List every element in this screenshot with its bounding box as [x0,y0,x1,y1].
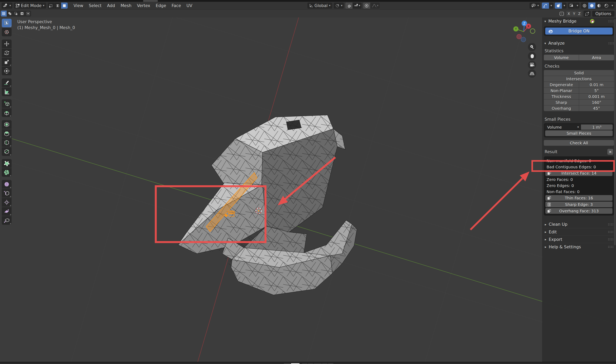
select-mode-subtract-button[interactable] [13,11,19,16]
show-overlays-toggle[interactable] [555,2,562,9]
shading-dropdown[interactable]: ▾ [610,2,615,9]
tool-shear[interactable] [2,207,12,216]
menu-face[interactable]: Face [169,3,183,9]
section-edit[interactable]: ▸ Edit [544,228,614,235]
timeline-button[interactable] [314,363,322,364]
tool-smooth[interactable] [2,180,12,189]
tool-knife[interactable] [2,147,12,156]
navigation-gizmo[interactable]: Z X Y [509,19,541,44]
timeline-button[interactable] [328,363,333,364]
sharp-edge-button[interactable]: Sharp Edge: 3 [545,202,613,207]
shading-rendered-button[interactable] [603,2,610,9]
thin-faces-button[interactable]: Thin Faces: 16 [545,195,613,201]
tool-cursor[interactable] [2,28,12,36]
menu-uv[interactable]: UV [184,3,195,9]
toggle-perspective-button[interactable] [528,69,536,78]
section-help-settings[interactable]: ▸ Help & Settings [544,243,614,250]
overhang-label[interactable]: Overhang [544,105,579,111]
tool-inset-faces[interactable] [2,120,12,129]
gizmo-neg-x-axis[interactable] [517,34,521,39]
degenerate-label[interactable]: Degenerate [544,82,579,88]
shading-wireframe-button[interactable] [581,2,588,9]
menu-vertex[interactable]: Vertex [134,3,153,9]
mirror-z-button[interactable]: Z [577,11,582,16]
thickness-label[interactable]: Thickness [544,94,579,99]
tool-rip-region[interactable] [2,216,12,225]
tool-add-cube[interactable] [2,99,12,108]
transform-orientation-dropdown[interactable]: Global ▾ [307,2,332,9]
tool-poly-build[interactable] [2,159,12,168]
menu-add[interactable]: Add [105,3,118,9]
select-mode-extend-button[interactable] [7,11,13,16]
xray-settings-button[interactable] [568,2,575,9]
visibility-dropdown[interactable]: ▾ [529,2,540,9]
viewport-canvas[interactable] [0,2,616,364]
tool-bevel[interactable] [2,129,12,138]
face-select-mode-button[interactable] [61,2,68,9]
editor-type-button[interactable]: ▾ [1,2,13,9]
sidebar-scrollbar[interactable] [614,19,616,245]
shading-material-button[interactable] [596,2,603,9]
timeline-button-active[interactable] [291,363,300,364]
tool-shrink-fatten[interactable] [2,198,12,207]
select-mode-invert-button[interactable] [19,11,25,16]
menu-select[interactable]: Select [86,3,104,9]
thickness-value[interactable]: 0.001 m [579,94,614,99]
tool-rotate[interactable] [2,49,12,57]
tool-annotate[interactable] [2,78,12,87]
pan-hand-button[interactable] [528,52,536,60]
non-planar-value[interactable]: 5° [579,88,614,93]
timeline-button[interactable] [308,363,313,364]
analyze-panel-header[interactable]: ▾ Analyze [544,41,614,46]
non-planar-label[interactable]: Non-Planar [544,88,579,93]
sharp-value[interactable]: 160° [579,100,614,105]
options-button[interactable]: Options [592,11,615,17]
zoom-button[interactable] [528,43,536,51]
show-gizmo-toggle[interactable] [542,2,549,9]
panel-grip-icon[interactable] [608,231,614,233]
gizmo-neg-y-axis[interactable] [530,29,535,33]
overlays-settings-dropdown[interactable]: ▾ [562,2,566,9]
panel-grip-icon[interactable] [608,246,614,248]
tool-move[interactable] [2,39,12,48]
degenerate-value[interactable]: 0.01 m [579,82,614,88]
bridge-on-button[interactable]: Bridge ON [545,27,613,35]
section-export[interactable]: ▸ Export [544,235,614,243]
edge-select-mode-button[interactable] [54,2,61,9]
pivot-point-dropdown[interactable]: ▾ [334,2,344,9]
snap-settings-dropdown[interactable]: ▾ [353,2,362,9]
tool-scale[interactable] [2,58,12,66]
snap-target-button[interactable] [584,11,591,17]
panel-grip-icon[interactable] [608,238,614,241]
snap-toggle[interactable] [345,2,353,9]
vertex-select-mode-button[interactable] [48,2,54,9]
panel-grip-icon[interactable] [608,223,614,226]
proportional-editing-toggle[interactable] [363,2,370,9]
check-all-button[interactable]: Check All [544,140,614,146]
volume-stat-button[interactable]: Volume [544,55,579,60]
camera-view-button[interactable] [528,61,536,69]
tool-edge-slide[interactable] [2,189,12,198]
section-clean-up[interactable]: ▸ Clean Up [544,221,614,228]
falloff-dropdown[interactable]: ▾ [370,2,380,9]
gizmo-settings-dropdown[interactable]: ▾ [549,2,553,9]
tool-loop-cut[interactable] [2,138,12,147]
meshy-bridge-panel-header[interactable]: ▾ Meshy Bridge [544,19,614,24]
area-stat-button[interactable]: Area [579,55,614,60]
select-mode-set-button[interactable] [1,11,7,16]
tool-extrude-region[interactable] [2,108,12,117]
xray-dropdown[interactable]: ▾ [575,2,580,9]
panel-grip-icon[interactable] [608,20,614,23]
anvil-mesh[interactable] [0,2,616,364]
tool-transform[interactable] [2,67,12,75]
select-mode-intersect-button[interactable] [25,11,31,16]
tool-measure[interactable] [2,88,12,96]
shading-solid-button[interactable] [588,2,595,9]
intersections-check-button[interactable]: Intersections [544,76,614,82]
small-pieces-button[interactable]: Small Pieces [545,130,613,136]
timeline-button[interactable] [322,363,328,364]
close-result-button[interactable]: ✕ [607,149,613,155]
timeline-button[interactable] [284,363,290,364]
small-pieces-mode-dropdown[interactable]: Volume ▾ [545,124,581,130]
panel-grip-icon[interactable] [608,42,614,45]
